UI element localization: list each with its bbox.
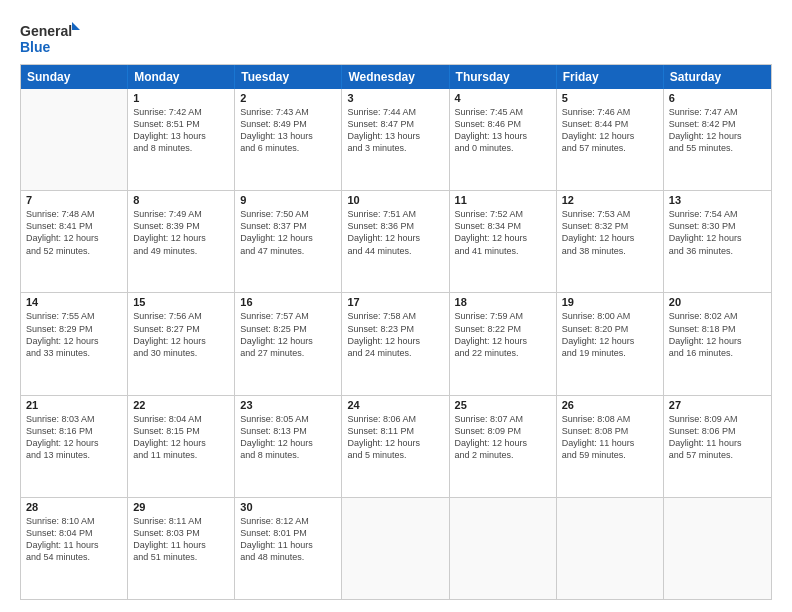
day-cell-20: 20Sunrise: 8:02 AM Sunset: 8:18 PM Dayli…	[664, 293, 771, 394]
empty-cell	[557, 498, 664, 599]
day-number: 3	[347, 92, 443, 104]
day-info: Sunrise: 7:43 AM Sunset: 8:49 PM Dayligh…	[240, 106, 336, 155]
empty-cell	[450, 498, 557, 599]
day-info: Sunrise: 7:44 AM Sunset: 8:47 PM Dayligh…	[347, 106, 443, 155]
day-number: 7	[26, 194, 122, 206]
day-cell-8: 8Sunrise: 7:49 AM Sunset: 8:39 PM Daylig…	[128, 191, 235, 292]
day-cell-6: 6Sunrise: 7:47 AM Sunset: 8:42 PM Daylig…	[664, 89, 771, 190]
day-number: 12	[562, 194, 658, 206]
header: General Blue	[20, 16, 772, 56]
day-cell-11: 11Sunrise: 7:52 AM Sunset: 8:34 PM Dayli…	[450, 191, 557, 292]
header-day-wednesday: Wednesday	[342, 65, 449, 89]
header-day-sunday: Sunday	[21, 65, 128, 89]
day-cell-15: 15Sunrise: 7:56 AM Sunset: 8:27 PM Dayli…	[128, 293, 235, 394]
day-number: 19	[562, 296, 658, 308]
day-cell-24: 24Sunrise: 8:06 AM Sunset: 8:11 PM Dayli…	[342, 396, 449, 497]
day-cell-23: 23Sunrise: 8:05 AM Sunset: 8:13 PM Dayli…	[235, 396, 342, 497]
day-info: Sunrise: 8:00 AM Sunset: 8:20 PM Dayligh…	[562, 310, 658, 359]
day-info: Sunrise: 8:04 AM Sunset: 8:15 PM Dayligh…	[133, 413, 229, 462]
day-cell-9: 9Sunrise: 7:50 AM Sunset: 8:37 PM Daylig…	[235, 191, 342, 292]
day-info: Sunrise: 7:56 AM Sunset: 8:27 PM Dayligh…	[133, 310, 229, 359]
day-number: 22	[133, 399, 229, 411]
logo: General Blue	[20, 20, 80, 56]
day-info: Sunrise: 8:09 AM Sunset: 8:06 PM Dayligh…	[669, 413, 766, 462]
day-cell-1: 1Sunrise: 7:42 AM Sunset: 8:51 PM Daylig…	[128, 89, 235, 190]
day-cell-22: 22Sunrise: 8:04 AM Sunset: 8:15 PM Dayli…	[128, 396, 235, 497]
day-info: Sunrise: 8:03 AM Sunset: 8:16 PM Dayligh…	[26, 413, 122, 462]
day-number: 28	[26, 501, 122, 513]
header-day-thursday: Thursday	[450, 65, 557, 89]
day-cell-12: 12Sunrise: 7:53 AM Sunset: 8:32 PM Dayli…	[557, 191, 664, 292]
empty-cell	[21, 89, 128, 190]
day-cell-30: 30Sunrise: 8:12 AM Sunset: 8:01 PM Dayli…	[235, 498, 342, 599]
header-day-friday: Friday	[557, 65, 664, 89]
day-cell-21: 21Sunrise: 8:03 AM Sunset: 8:16 PM Dayli…	[21, 396, 128, 497]
day-number: 10	[347, 194, 443, 206]
calendar: SundayMondayTuesdayWednesdayThursdayFrid…	[20, 64, 772, 600]
day-number: 11	[455, 194, 551, 206]
day-number: 25	[455, 399, 551, 411]
day-info: Sunrise: 7:50 AM Sunset: 8:37 PM Dayligh…	[240, 208, 336, 257]
day-info: Sunrise: 7:47 AM Sunset: 8:42 PM Dayligh…	[669, 106, 766, 155]
day-info: Sunrise: 7:59 AM Sunset: 8:22 PM Dayligh…	[455, 310, 551, 359]
day-info: Sunrise: 7:52 AM Sunset: 8:34 PM Dayligh…	[455, 208, 551, 257]
day-cell-5: 5Sunrise: 7:46 AM Sunset: 8:44 PM Daylig…	[557, 89, 664, 190]
empty-cell	[664, 498, 771, 599]
day-cell-3: 3Sunrise: 7:44 AM Sunset: 8:47 PM Daylig…	[342, 89, 449, 190]
header-day-tuesday: Tuesday	[235, 65, 342, 89]
day-number: 14	[26, 296, 122, 308]
day-info: Sunrise: 7:54 AM Sunset: 8:30 PM Dayligh…	[669, 208, 766, 257]
svg-marker-2	[72, 22, 80, 30]
day-cell-18: 18Sunrise: 7:59 AM Sunset: 8:22 PM Dayli…	[450, 293, 557, 394]
day-info: Sunrise: 7:51 AM Sunset: 8:36 PM Dayligh…	[347, 208, 443, 257]
day-cell-14: 14Sunrise: 7:55 AM Sunset: 8:29 PM Dayli…	[21, 293, 128, 394]
day-info: Sunrise: 8:08 AM Sunset: 8:08 PM Dayligh…	[562, 413, 658, 462]
svg-text:Blue: Blue	[20, 39, 51, 55]
day-info: Sunrise: 8:11 AM Sunset: 8:03 PM Dayligh…	[133, 515, 229, 564]
day-info: Sunrise: 7:53 AM Sunset: 8:32 PM Dayligh…	[562, 208, 658, 257]
day-info: Sunrise: 8:05 AM Sunset: 8:13 PM Dayligh…	[240, 413, 336, 462]
day-cell-17: 17Sunrise: 7:58 AM Sunset: 8:23 PM Dayli…	[342, 293, 449, 394]
day-cell-28: 28Sunrise: 8:10 AM Sunset: 8:04 PM Dayli…	[21, 498, 128, 599]
day-number: 18	[455, 296, 551, 308]
calendar-header: SundayMondayTuesdayWednesdayThursdayFrid…	[21, 65, 771, 89]
day-info: Sunrise: 7:55 AM Sunset: 8:29 PM Dayligh…	[26, 310, 122, 359]
day-cell-26: 26Sunrise: 8:08 AM Sunset: 8:08 PM Dayli…	[557, 396, 664, 497]
day-number: 21	[26, 399, 122, 411]
day-info: Sunrise: 7:42 AM Sunset: 8:51 PM Dayligh…	[133, 106, 229, 155]
day-number: 4	[455, 92, 551, 104]
day-number: 30	[240, 501, 336, 513]
day-cell-7: 7Sunrise: 7:48 AM Sunset: 8:41 PM Daylig…	[21, 191, 128, 292]
day-number: 5	[562, 92, 658, 104]
day-info: Sunrise: 8:02 AM Sunset: 8:18 PM Dayligh…	[669, 310, 766, 359]
calendar-row-4: 28Sunrise: 8:10 AM Sunset: 8:04 PM Dayli…	[21, 497, 771, 599]
svg-text:General: General	[20, 23, 72, 39]
day-info: Sunrise: 8:10 AM Sunset: 8:04 PM Dayligh…	[26, 515, 122, 564]
day-cell-29: 29Sunrise: 8:11 AM Sunset: 8:03 PM Dayli…	[128, 498, 235, 599]
empty-cell	[342, 498, 449, 599]
day-cell-19: 19Sunrise: 8:00 AM Sunset: 8:20 PM Dayli…	[557, 293, 664, 394]
page: General Blue SundayMondayTuesdayWednesda…	[0, 0, 792, 612]
calendar-row-3: 21Sunrise: 8:03 AM Sunset: 8:16 PM Dayli…	[21, 395, 771, 497]
day-cell-27: 27Sunrise: 8:09 AM Sunset: 8:06 PM Dayli…	[664, 396, 771, 497]
calendar-row-2: 14Sunrise: 7:55 AM Sunset: 8:29 PM Dayli…	[21, 292, 771, 394]
day-number: 16	[240, 296, 336, 308]
day-info: Sunrise: 8:12 AM Sunset: 8:01 PM Dayligh…	[240, 515, 336, 564]
day-number: 9	[240, 194, 336, 206]
day-cell-16: 16Sunrise: 7:57 AM Sunset: 8:25 PM Dayli…	[235, 293, 342, 394]
day-number: 2	[240, 92, 336, 104]
day-number: 17	[347, 296, 443, 308]
day-info: Sunrise: 7:48 AM Sunset: 8:41 PM Dayligh…	[26, 208, 122, 257]
day-info: Sunrise: 8:07 AM Sunset: 8:09 PM Dayligh…	[455, 413, 551, 462]
calendar-body: 1Sunrise: 7:42 AM Sunset: 8:51 PM Daylig…	[21, 89, 771, 599]
day-number: 23	[240, 399, 336, 411]
day-number: 29	[133, 501, 229, 513]
day-cell-13: 13Sunrise: 7:54 AM Sunset: 8:30 PM Dayli…	[664, 191, 771, 292]
day-info: Sunrise: 7:57 AM Sunset: 8:25 PM Dayligh…	[240, 310, 336, 359]
header-day-saturday: Saturday	[664, 65, 771, 89]
calendar-row-1: 7Sunrise: 7:48 AM Sunset: 8:41 PM Daylig…	[21, 190, 771, 292]
day-number: 6	[669, 92, 766, 104]
day-cell-10: 10Sunrise: 7:51 AM Sunset: 8:36 PM Dayli…	[342, 191, 449, 292]
day-info: Sunrise: 8:06 AM Sunset: 8:11 PM Dayligh…	[347, 413, 443, 462]
day-info: Sunrise: 7:46 AM Sunset: 8:44 PM Dayligh…	[562, 106, 658, 155]
